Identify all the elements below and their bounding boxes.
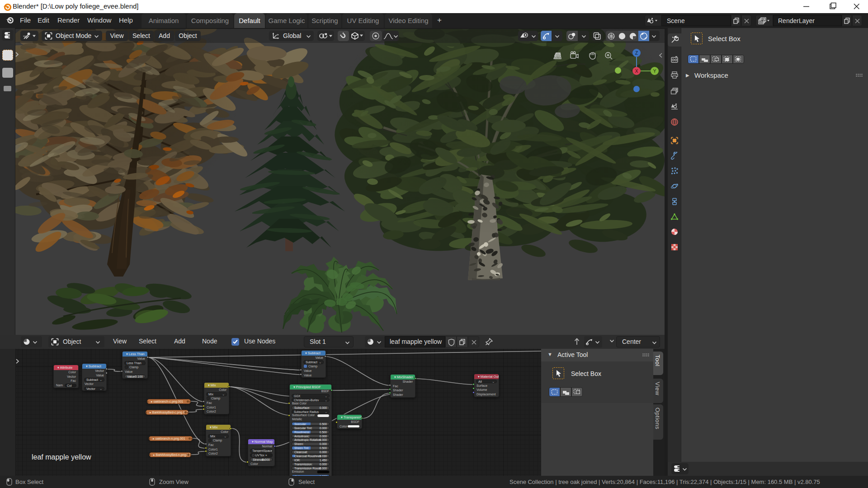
svg-text:Z: Z: [635, 51, 638, 56]
svg-text:Y: Y: [653, 69, 656, 74]
svg-text:X: X: [635, 69, 638, 74]
